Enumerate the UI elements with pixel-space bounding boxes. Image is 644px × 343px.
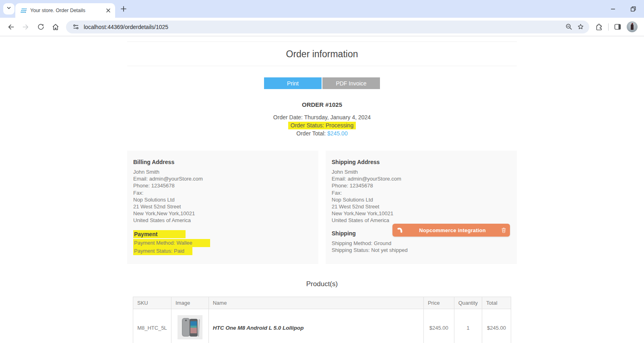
print-button[interactable]: Print — [264, 77, 322, 89]
forward-button[interactable] — [19, 20, 33, 34]
bookmark-star-icon[interactable] — [577, 23, 584, 31]
billing-line: United States of America — [133, 217, 312, 224]
browser-tab-strip: Your store. Order Details — [0, 0, 644, 18]
minimize-icon[interactable] — [609, 5, 617, 12]
col-sku: SKU — [133, 297, 171, 309]
order-actions: Print PDF Invoice — [127, 77, 517, 89]
zoom-out-icon[interactable] — [565, 23, 573, 31]
trash-icon[interactable] — [501, 227, 506, 233]
payment-section: Payment Payment Method: Wallee Payment S… — [133, 230, 312, 255]
order-status-highlight: Order Status: Processing — [288, 122, 356, 129]
products-header-row: SKU Image Name Price Quantity Total — [133, 297, 511, 309]
chevron-down-icon — [6, 5, 12, 12]
order-status-line: Order Status: Processing — [127, 121, 517, 129]
product-total: $245.00 — [482, 309, 511, 343]
profile-avatar[interactable] — [627, 21, 638, 32]
new-tab-button[interactable] — [118, 4, 129, 14]
shipping-status: Shipping Status: Not yet shipped — [332, 247, 511, 254]
home-button[interactable] — [49, 20, 62, 34]
browser-toolbar: localhost:44369/orderdetails/1025 — [0, 18, 644, 36]
billing-address-title: Billing Address — [133, 159, 312, 165]
pdf-invoice-button[interactable]: PDF Invoice — [322, 77, 380, 89]
billing-box: Billing Address John Smith Email: admin@… — [127, 151, 318, 264]
products-table: SKU Image Name Price Quantity Total M8_H… — [133, 297, 511, 343]
billing-line: Email: admin@yourStore.com — [133, 175, 312, 182]
product-price: $245.00 — [423, 309, 454, 343]
shipping-line: New York,New York,10021 — [332, 210, 511, 217]
page-title: Order information — [127, 49, 517, 60]
payment-method: Payment Method: Wallee — [133, 239, 210, 247]
address-bar[interactable]: localhost:44369/orderdetails/1025 — [66, 21, 589, 33]
payment-title: Payment — [133, 230, 186, 238]
shipping-box: Shipping Address John Smith Email: admin… — [326, 151, 517, 264]
overlay-label: Nopcommerce integration — [404, 227, 501, 233]
col-name: Name — [208, 297, 423, 309]
toolbar-right-cluster — [595, 21, 640, 32]
window-controls — [609, 0, 637, 18]
shipping-line: United States of America — [332, 217, 511, 224]
restore-icon[interactable] — [630, 5, 637, 12]
product-name: HTC One M8 Android L 5.0 Lollipop — [213, 325, 304, 331]
site-controls-icon[interactable] — [71, 22, 80, 32]
product-image — [178, 315, 202, 341]
order-overview: ORDER #1025 Order Date: Thursday, Januar… — [127, 101, 517, 137]
shipping-address-title: Shipping Address — [332, 159, 511, 165]
tab-search-button[interactable] — [3, 3, 14, 15]
shipping-address: Shipping Address John Smith Email: admin… — [332, 159, 511, 224]
extensions-puzzle-icon[interactable] — [595, 23, 603, 31]
order-total-line: Order Total: $245.00 — [127, 129, 517, 137]
billing-line: Nop Solutions Ltd — [133, 196, 312, 203]
billing-line: 21 West 52nd Street — [133, 203, 312, 210]
product-quantity: 1 — [454, 309, 482, 343]
title-divider — [127, 66, 517, 66]
shipping-method: Shipping Method: Ground — [332, 240, 511, 247]
shipping-line: Nop Solutions Ltd — [332, 196, 511, 203]
top-divider — [127, 42, 517, 42]
order-date: Order Date: Thursday, January 4, 2024 — [127, 113, 517, 121]
col-quantity: Quantity — [454, 297, 482, 309]
products-heading: Product(s) — [127, 280, 517, 288]
shipping-line: Fax: — [332, 189, 511, 196]
side-panel-icon[interactable] — [613, 23, 622, 31]
billing-line: New York,New York,10021 — [133, 210, 312, 217]
shipping-line: Phone: 12345678 — [332, 182, 511, 189]
col-image: Image — [171, 297, 208, 309]
order-total-value: $245.00 — [327, 130, 348, 137]
nopcommerce-integration-overlay[interactable]: Nopcommerce integration — [392, 224, 510, 237]
favicon-icon — [20, 8, 27, 14]
billing-line: Fax: — [133, 189, 312, 196]
payment-status: Payment Status: Paid — [133, 247, 192, 255]
product-row: M8_HTC_5L — [133, 309, 511, 343]
order-number: ORDER #1025 — [127, 101, 517, 108]
shipping-line: 21 West 52nd Street — [332, 203, 511, 210]
browser-tab[interactable]: Your store. Order Details — [15, 3, 115, 18]
reload-button[interactable] — [34, 20, 47, 34]
order-total-label: Order Total: — [296, 130, 327, 137]
url-text: localhost:44369/orderdetails/1025 — [84, 24, 565, 30]
tab-title: Your store. Order Details — [30, 8, 101, 13]
billing-address: Billing Address John Smith Email: admin@… — [133, 159, 312, 224]
billing-line: John Smith — [133, 168, 312, 175]
shipping-line: John Smith — [332, 168, 511, 175]
back-button[interactable] — [4, 20, 18, 34]
toolbar-divider — [608, 23, 609, 31]
product-image-cell — [171, 309, 208, 343]
col-price: Price — [423, 297, 454, 309]
tab-close-icon[interactable] — [105, 7, 112, 14]
order-details-page: Order information Print PDF Invoice ORDE… — [0, 36, 644, 343]
billing-line: Phone: 12345678 — [133, 182, 312, 189]
wallee-logo-icon — [396, 227, 404, 234]
shipping-line: Email: admin@yourStore.com — [332, 175, 511, 182]
product-sku: M8_HTC_5L — [133, 309, 171, 343]
col-total: Total — [482, 297, 511, 309]
